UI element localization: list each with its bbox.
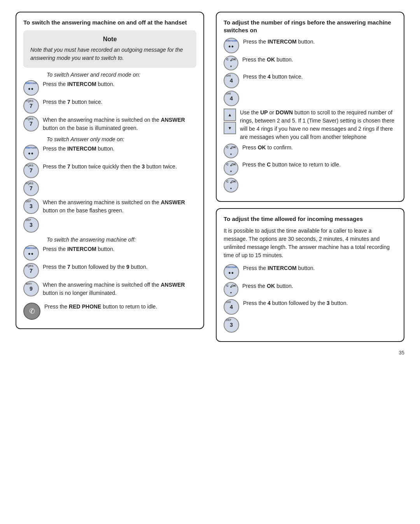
- rings-step6b: C OK ▲ ▼: [224, 178, 397, 193]
- intercom-button-t1-icon: Intercom ••: [224, 264, 239, 280]
- time-section-title: To adjust the time allowed for incoming …: [224, 215, 397, 223]
- ok-button-r3-icon: C OK ▲ ▼: [224, 161, 238, 175]
- rings-step1: Intercom •• Press the INTERCOM button.: [224, 38, 397, 53]
- left-column: To switch the answering machine on and o…: [16, 12, 204, 342]
- button-7e-icon: PQRS 7: [23, 263, 39, 279]
- mode2-step3: PQRS 7: [23, 181, 196, 196]
- button-7c-icon: PQRS 7: [23, 163, 39, 178]
- mode1-step3: PQRS 7 When the answering machine is swi…: [23, 116, 196, 132]
- button-4t-icon: GHI 4: [224, 299, 239, 315]
- time-section-box: To adjust the time allowed for incoming …: [216, 208, 404, 342]
- rings-step5-text: Press OK to confirm.: [242, 144, 397, 152]
- mode1-step2-text: Press the 7 button twice.: [43, 98, 196, 106]
- mode3-step2-text: Press the 7 button followed by the 9 but…: [43, 263, 196, 271]
- mode1-step2: PQRS 7 Press the 7 button twice.: [23, 98, 196, 114]
- mode1-step1-text: Press the INTERCOM button.: [43, 80, 196, 88]
- mode1-label: To switch Answer and record mode on:: [47, 72, 196, 78]
- time-step1: Intercom •• Press the INTERCOM button.: [224, 264, 397, 280]
- rings-step3: GHI 4 Press the 4 button twice.: [224, 73, 397, 88]
- rings-section-box: To adjust the number of rings before the…: [216, 12, 404, 202]
- button-3t-icon: DEF 3: [224, 317, 239, 333]
- mode3-block: To switch the answering machine off: Int…: [23, 237, 196, 297]
- down-arrow-icon: ▼: [224, 122, 236, 134]
- intercom-button-r1-icon: Intercom ••: [224, 38, 239, 53]
- time-step2: C OK ▲ ▼ Press the OK button.: [224, 282, 397, 297]
- ok-button-r2-icon: C OK ▲ ▼: [224, 144, 238, 158]
- final-step-row: ✆ Press the RED PHONE button to return t…: [23, 303, 196, 320]
- mode2-step5: DEF 3: [23, 217, 196, 233]
- up-down-arrows: ▲ ▼: [224, 109, 236, 134]
- mode3-step1: Intercom •• Press the INTERCOM button.: [23, 245, 196, 261]
- rings-step3-text: Press the 4 button twice.: [243, 73, 397, 81]
- intercom-button3-icon: Intercom ••: [23, 245, 39, 261]
- button-7b-icon: PQRS 7: [23, 116, 39, 131]
- rings-step4-text: Use the UP or DOWN button to scroll to t…: [240, 109, 397, 141]
- final-step-text: Press the RED PHONE button to return to …: [44, 303, 196, 311]
- mode1-step1: Intercom •• Press the INTERCOM button.: [23, 80, 196, 96]
- switch-section-title: To switch the answering machine on and o…: [23, 19, 196, 26]
- rings-step2: C OK ▲ ▼ Press the OK button.: [224, 56, 397, 70]
- mode3-step3: WXY 9 When the answering machine is swit…: [23, 281, 196, 297]
- button-9-icon: WXY 9: [23, 281, 39, 296]
- button-3-icon: DEF 3: [23, 198, 39, 214]
- mode3-step3-text: When the answering machine is switched o…: [43, 281, 196, 297]
- rings-section-title: To adjust the number of rings before the…: [224, 19, 397, 34]
- button-4b-icon: GHI 4: [224, 91, 239, 106]
- page-number: 35: [16, 350, 404, 356]
- time-step3-text: Press the 4 button followed by the 3 but…: [243, 299, 397, 307]
- time-step1-text: Press the INTERCOM button.: [243, 264, 397, 272]
- time-step3b: DEF 3: [224, 317, 397, 333]
- note-box: Note Note that you must have recorded an…: [23, 30, 196, 68]
- intercom-button-icon: Intercom ••: [23, 80, 39, 96]
- mode2-label: To switch Answer only mode on:: [47, 136, 196, 142]
- note-text: Note that you must have recorded an outg…: [30, 46, 189, 62]
- rings-step5: C OK ▲ ▼ Press OK to confirm.: [224, 144, 397, 158]
- button-7d-icon: PQRS 7: [23, 181, 39, 196]
- rings-step3b: GHI 4: [224, 91, 397, 106]
- button-3b-icon: DEF 3: [23, 217, 39, 233]
- button-4a-icon: GHI 4: [224, 73, 239, 88]
- ok-button-t1-icon: C OK ▲ ▼: [224, 282, 238, 297]
- ok-button-r4-icon: C OK ▲ ▼: [224, 178, 238, 193]
- mode2-step4: DEF 3 When the answering machine is swit…: [23, 198, 196, 215]
- switch-section-box: To switch the answering machine on and o…: [16, 12, 204, 329]
- up-arrow-icon: ▲: [224, 109, 236, 121]
- mode2-step1: Intercom •• Press the INTERCOM button.: [23, 145, 196, 160]
- mode1-step3-text: When the answering machine is switched o…: [43, 116, 196, 132]
- rings-step1-text: Press the INTERCOM button.: [243, 38, 397, 46]
- time-step3: GHI 4 Press the 4 button followed by the…: [224, 299, 397, 315]
- mode1-block: To switch Answer and record mode on: Int…: [23, 72, 196, 132]
- page-container: To switch the answering machine on and o…: [16, 12, 404, 342]
- note-title: Note: [30, 36, 189, 43]
- rings-step2-text: Press the OK button.: [242, 56, 397, 64]
- mode3-step2: PQRS 7 Press the 7 button followed by th…: [23, 263, 196, 279]
- button-7-icon: PQRS 7: [23, 98, 39, 114]
- red-phone-icon: ✆: [23, 303, 40, 320]
- mode2-step1-text: Press the INTERCOM button.: [43, 145, 196, 153]
- mode2-step2-text: Press the 7 button twice quickly then th…: [43, 163, 196, 171]
- mode3-label: To switch the answering machine off:: [47, 237, 196, 243]
- rings-step4: ▲ ▼ Use the UP or DOWN button to scroll …: [224, 109, 397, 141]
- time-section-intro: It is possible to adjust the time availa…: [224, 227, 397, 259]
- mode2-step2: PQRS 7 Press the 7 button twice quickly …: [23, 163, 196, 178]
- time-step2-text: Press the OK button.: [242, 282, 397, 290]
- rings-step6: C OK ▲ ▼ Press the C button twice to ret…: [224, 161, 397, 175]
- rings-step6-text: Press the C button twice to return to id…: [242, 161, 397, 169]
- intercom-button2-icon: Intercom ••: [23, 145, 39, 160]
- mode2-block: To switch Answer only mode on: Intercom …: [23, 136, 196, 233]
- mode3-step1-text: Press the INTERCOM button.: [43, 245, 196, 253]
- mode2-step4-text: When the answering machine is switched o…: [43, 198, 196, 215]
- ok-button-r1-icon: C OK ▲ ▼: [224, 56, 238, 70]
- right-column: To adjust the number of rings before the…: [216, 12, 404, 342]
